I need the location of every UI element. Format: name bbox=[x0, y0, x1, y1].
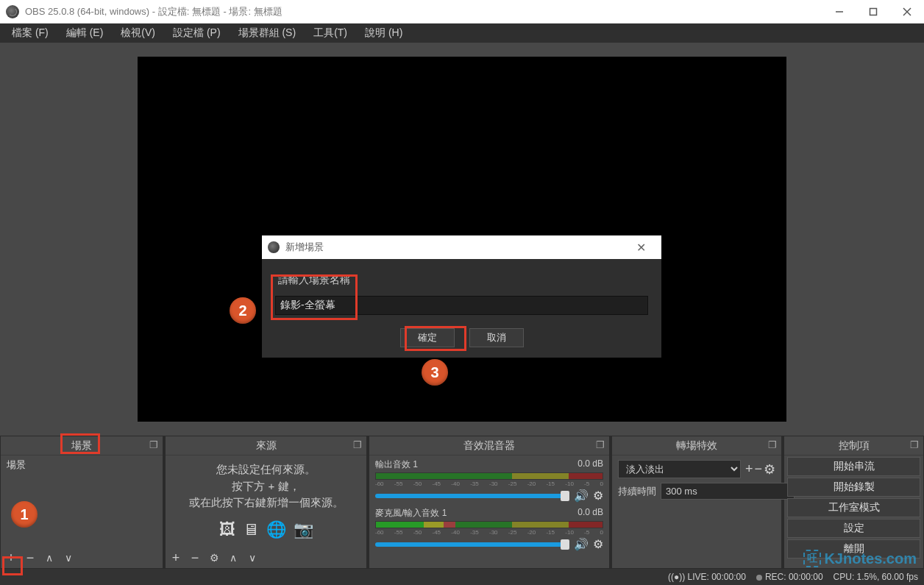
window-maximize-button[interactable] bbox=[856, 0, 890, 24]
dialog-close-button[interactable]: ✕ bbox=[626, 241, 655, 255]
status-live: ((●)) LIVE: 00:00:00 bbox=[668, 572, 746, 582]
mixer-mute-icon[interactable]: 🔊 bbox=[574, 489, 589, 503]
obs-logo-icon bbox=[6, 5, 19, 18]
transitions-panel: 轉場特效 ❐ 淡入淡出 + − ⚙ 持續時間 bbox=[611, 436, 782, 569]
transitions-panel-title: 轉場特效 bbox=[676, 439, 717, 453]
sources-panel: 來源 ❐ 您未設定任何來源。 按下方 + 鍵， 或在此按下右鍵新增一個來源。 🖼… bbox=[165, 436, 367, 569]
mixer-ticks: -60-55-50-45-40-35-30-25-20-15-10-50 bbox=[375, 481, 603, 487]
transition-add-button[interactable]: + bbox=[745, 461, 753, 478]
mixer-settings-icon[interactable]: ⚙ bbox=[593, 537, 603, 551]
dialog-title: 新增場景 bbox=[285, 241, 324, 254]
source-settings-button[interactable]: ⚙ bbox=[207, 550, 221, 565]
dialog-ok-button[interactable]: 確定 bbox=[400, 328, 455, 347]
menu-view[interactable]: 檢視(V) bbox=[113, 24, 163, 42]
mixer-volume-slider[interactable] bbox=[375, 542, 569, 547]
scene-name-input[interactable] bbox=[275, 296, 648, 315]
scene-add-button[interactable]: + bbox=[4, 550, 18, 565]
sources-popout-icon[interactable]: ❐ bbox=[353, 439, 362, 450]
source-remove-button[interactable]: − bbox=[188, 550, 202, 565]
dialog-prompt-label: 請輸入場景名稱 bbox=[275, 272, 353, 288]
mixer-volume-slider[interactable] bbox=[375, 494, 569, 498]
svg-rect-1 bbox=[870, 8, 877, 15]
studio-mode-button[interactable]: 工作室模式 bbox=[787, 498, 920, 517]
mixer-ticks: -60-55-50-45-40-35-30-25-20-15-10-50 bbox=[375, 529, 603, 536]
dialog-logo-icon bbox=[268, 241, 280, 253]
mixer-meter bbox=[375, 521, 603, 528]
window-title: OBS 25.0.8 (64-bit, windows) - 設定檔: 無標題 … bbox=[25, 5, 282, 18]
hint-globe-icon: 🌐 bbox=[266, 517, 286, 542]
controls-panel: 控制項 ❐ 開始串流 開始錄製 工作室模式 設定 離開 bbox=[783, 436, 924, 569]
mixer-panel-title: 音效混音器 bbox=[463, 439, 515, 453]
mixer-mute-icon[interactable]: 🔊 bbox=[574, 537, 589, 551]
mixer-popout-icon[interactable]: ❐ bbox=[596, 439, 605, 450]
transition-duration-input[interactable] bbox=[661, 483, 795, 500]
scenes-panel-title: 場景 bbox=[71, 439, 92, 453]
window-close-button[interactable] bbox=[890, 0, 924, 24]
transition-remove-button[interactable]: − bbox=[754, 461, 762, 478]
controls-popout-icon[interactable]: ❐ bbox=[910, 439, 919, 450]
hint-camera-icon: 📷 bbox=[294, 517, 313, 542]
menu-scene-collection[interactable]: 場景群組 (S) bbox=[231, 24, 304, 42]
window-minimize-button[interactable] bbox=[822, 0, 856, 24]
statusbar: ((●)) LIVE: 00:00:00 REC: 00:00:00 CPU: … bbox=[0, 569, 924, 585]
sources-empty-line2: 按下方 + 鍵， bbox=[170, 478, 362, 495]
mixer-channel-db: 0.0 dB bbox=[578, 507, 603, 520]
scene-move-down-button[interactable]: ∨ bbox=[61, 550, 76, 565]
menu-tools[interactable]: 工具(T) bbox=[306, 24, 355, 42]
hint-display-icon: 🖥 bbox=[243, 517, 259, 542]
menu-edit[interactable]: 編輯 (E) bbox=[59, 24, 111, 42]
hint-image-icon: 🖼 bbox=[219, 517, 235, 542]
scenes-panel: 場景 ❐ 場景 + − ∧ ∨ bbox=[0, 436, 163, 569]
scene-move-up-button[interactable]: ∧ bbox=[42, 550, 57, 565]
menu-profile[interactable]: 設定檔 (P) bbox=[166, 24, 228, 42]
start-recording-button[interactable]: 開始錄製 bbox=[787, 478, 920, 497]
controls-panel-title: 控制項 bbox=[839, 439, 870, 453]
watermark-icon bbox=[803, 550, 821, 567]
mixer-channel-name: 麥克風/輸入音效 1 bbox=[375, 507, 447, 520]
mixer-channel-name: 輸出音效 1 bbox=[375, 458, 418, 471]
sources-empty-line3: 或在此按下右鍵新增一個來源。 bbox=[170, 494, 362, 511]
settings-button[interactable]: 設定 bbox=[787, 519, 920, 538]
sources-panel-title: 來源 bbox=[256, 439, 277, 453]
window-titlebar: OBS 25.0.8 (64-bit, windows) - 設定檔: 無標題 … bbox=[0, 0, 924, 24]
mixer-settings-icon[interactable]: ⚙ bbox=[593, 489, 603, 503]
transitions-popout-icon[interactable]: ❐ bbox=[768, 439, 777, 450]
transition-settings-button[interactable]: ⚙ bbox=[764, 461, 775, 478]
sources-empty-line1: 您未設定任何來源。 bbox=[170, 461, 362, 478]
menu-file[interactable]: 檔案 (F) bbox=[4, 24, 56, 42]
add-scene-dialog: 新增場景 ✕ 請輸入場景名稱 確定 取消 bbox=[262, 235, 661, 358]
watermark: KJnotes.com bbox=[803, 550, 917, 567]
transition-select[interactable]: 淡入淡出 bbox=[618, 460, 741, 478]
scene-list-item[interactable]: 場景 bbox=[1, 455, 163, 475]
scenes-popout-icon[interactable]: ❐ bbox=[149, 439, 158, 450]
status-cpu: CPU: 1.5%, 60.00 fps bbox=[834, 572, 918, 582]
menubar: 檔案 (F) 編輯 (E) 檢視(V) 設定檔 (P) 場景群組 (S) 工具(… bbox=[0, 24, 924, 43]
scene-remove-button[interactable]: − bbox=[23, 550, 38, 565]
source-move-up-button[interactable]: ∧ bbox=[226, 550, 241, 565]
dialog-cancel-button[interactable]: 取消 bbox=[469, 328, 524, 347]
source-move-down-button[interactable]: ∨ bbox=[245, 550, 260, 565]
source-add-button[interactable]: + bbox=[168, 550, 183, 565]
mixer-panel: 音效混音器 ❐ 輸出音效 1 0.0 dB -60-55-50-45-40-35… bbox=[369, 436, 610, 569]
menu-help[interactable]: 說明 (H) bbox=[358, 24, 410, 42]
mixer-channel-db: 0.0 dB bbox=[578, 458, 603, 471]
start-streaming-button[interactable]: 開始串流 bbox=[787, 457, 920, 476]
status-rec: REC: 00:00:00 bbox=[756, 572, 823, 582]
mixer-meter bbox=[375, 472, 603, 480]
transition-duration-label: 持續時間 bbox=[618, 485, 656, 498]
mixer-channel: 麥克風/輸入音效 1 0.0 dB -60-55-50-45-40-35-30-… bbox=[369, 504, 609, 553]
mixer-channel: 輸出音效 1 0.0 dB -60-55-50-45-40-35-30-25-2… bbox=[369, 455, 609, 504]
